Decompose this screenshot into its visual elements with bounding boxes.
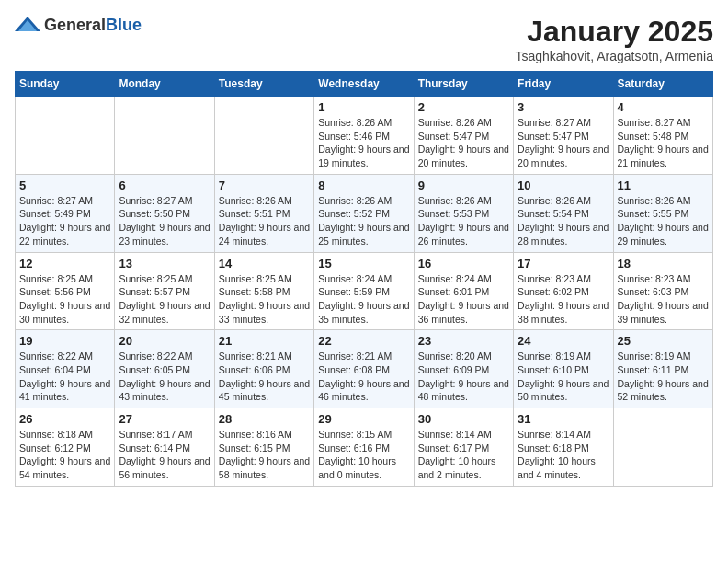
day-number: 22 [318, 334, 409, 348]
day-number: 12 [19, 257, 110, 270]
cell-info: Sunrise: 8:20 AMSunset: 6:09 PMDaylight:… [418, 350, 509, 404]
day-number: 18 [618, 257, 709, 270]
day-number: 6 [119, 178, 210, 192]
calendar-cell: 9Sunrise: 8:26 AMSunset: 5:53 PMDaylight… [414, 174, 513, 252]
calendar-cell: 27Sunrise: 8:17 AMSunset: 6:14 PMDayligh… [115, 408, 214, 487]
cell-info: Sunrise: 8:25 AMSunset: 5:58 PMDaylight:… [219, 272, 310, 327]
weekday-header-wednesday: Wednesday [314, 72, 414, 97]
weekday-header-tuesday: Tuesday [214, 72, 313, 97]
calendar-cell: 28Sunrise: 8:16 AMSunset: 6:15 PMDayligh… [214, 408, 313, 487]
calendar-cell: 4Sunrise: 8:27 AMSunset: 5:48 PMDaylight… [613, 97, 712, 175]
cell-info: Sunrise: 8:26 AMSunset: 5:53 PMDaylight:… [418, 194, 509, 248]
logo-general: General [44, 16, 106, 34]
calendar-cell: 18Sunrise: 8:23 AMSunset: 6:03 PMDayligh… [613, 252, 712, 330]
day-number: 24 [518, 334, 609, 348]
weekday-header-monday: Monday [115, 72, 214, 97]
cell-info: Sunrise: 8:26 AMSunset: 5:47 PMDaylight:… [418, 116, 509, 170]
weekday-row: SundayMondayTuesdayWednesdayThursdayFrid… [16, 72, 713, 97]
day-number: 26 [19, 412, 110, 426]
cell-info: Sunrise: 8:27 AMSunset: 5:48 PMDaylight:… [618, 116, 709, 170]
day-number: 3 [518, 100, 609, 114]
calendar-cell: 3Sunrise: 8:27 AMSunset: 5:47 PMDaylight… [514, 97, 613, 175]
day-number: 21 [219, 334, 310, 348]
cell-info: Sunrise: 8:19 AMSunset: 6:11 PMDaylight:… [618, 350, 709, 404]
cell-info: Sunrise: 8:15 AMSunset: 6:16 PMDaylight:… [318, 428, 409, 482]
cell-info: Sunrise: 8:14 AMSunset: 6:17 PMDaylight:… [418, 428, 509, 482]
cell-info: Sunrise: 8:17 AMSunset: 6:14 PMDaylight:… [119, 428, 210, 482]
month-title: January 2025 [515, 15, 713, 49]
cell-info: Sunrise: 8:26 AMSunset: 5:51 PMDaylight:… [219, 194, 310, 248]
day-number: 29 [318, 412, 409, 426]
day-number: 17 [518, 257, 609, 270]
cell-info: Sunrise: 8:26 AMSunset: 5:46 PMDaylight:… [318, 116, 409, 170]
cell-info: Sunrise: 8:26 AMSunset: 5:52 PMDaylight:… [318, 194, 409, 248]
day-number: 30 [418, 412, 509, 426]
cell-info: Sunrise: 8:14 AMSunset: 6:18 PMDaylight:… [518, 428, 609, 482]
calendar-cell: 5Sunrise: 8:27 AMSunset: 5:49 PMDaylight… [16, 174, 115, 252]
cell-info: Sunrise: 8:23 AMSunset: 6:03 PMDaylight:… [618, 272, 709, 327]
day-number: 4 [618, 100, 709, 114]
calendar-cell: 25Sunrise: 8:19 AMSunset: 6:11 PMDayligh… [613, 330, 712, 408]
logo-icon [15, 15, 40, 35]
calendar-header: SundayMondayTuesdayWednesdayThursdayFrid… [16, 72, 713, 97]
cell-info: Sunrise: 8:24 AMSunset: 6:01 PMDaylight:… [418, 272, 509, 327]
calendar-cell: 24Sunrise: 8:19 AMSunset: 6:10 PMDayligh… [514, 330, 613, 408]
day-number: 28 [219, 412, 310, 426]
day-number: 10 [518, 178, 609, 192]
calendar-cell [115, 97, 214, 175]
day-number: 11 [618, 178, 709, 192]
cell-info: Sunrise: 8:16 AMSunset: 6:15 PMDaylight:… [219, 428, 310, 482]
day-number: 25 [618, 334, 709, 348]
day-number: 20 [119, 334, 210, 348]
calendar-week-3: 12Sunrise: 8:25 AMSunset: 5:56 PMDayligh… [16, 252, 713, 330]
cell-info: Sunrise: 8:24 AMSunset: 5:59 PMDaylight:… [318, 272, 409, 327]
calendar-cell: 7Sunrise: 8:26 AMSunset: 5:51 PMDaylight… [214, 174, 313, 252]
calendar-cell: 19Sunrise: 8:22 AMSunset: 6:04 PMDayligh… [16, 330, 115, 408]
calendar-cell: 14Sunrise: 8:25 AMSunset: 5:58 PMDayligh… [214, 252, 313, 330]
day-number: 14 [219, 257, 310, 270]
day-number: 16 [418, 257, 509, 270]
calendar-cell [613, 408, 712, 487]
cell-info: Sunrise: 8:19 AMSunset: 6:10 PMDaylight:… [518, 350, 609, 404]
day-number: 23 [418, 334, 509, 348]
location-title: Tsaghkahovit, Aragatsotn, Armenia [515, 49, 713, 63]
logo-blue-text: Blue [106, 16, 142, 34]
calendar-week-4: 19Sunrise: 8:22 AMSunset: 6:04 PMDayligh… [16, 330, 713, 408]
logo: GeneralBlue [15, 15, 142, 35]
calendar-cell [214, 97, 313, 175]
calendar-cell: 16Sunrise: 8:24 AMSunset: 6:01 PMDayligh… [414, 252, 513, 330]
calendar-cell: 8Sunrise: 8:26 AMSunset: 5:52 PMDaylight… [314, 174, 414, 252]
day-number: 19 [19, 334, 110, 348]
cell-info: Sunrise: 8:27 AMSunset: 5:49 PMDaylight:… [19, 194, 110, 248]
page-header: GeneralBlue January 2025 Tsaghkahovit, A… [15, 15, 713, 63]
calendar-cell: 31Sunrise: 8:14 AMSunset: 6:18 PMDayligh… [514, 408, 613, 487]
calendar-cell: 30Sunrise: 8:14 AMSunset: 6:17 PMDayligh… [414, 408, 513, 487]
day-number: 8 [318, 178, 409, 192]
cell-info: Sunrise: 8:26 AMSunset: 5:55 PMDaylight:… [618, 194, 709, 248]
calendar-cell: 29Sunrise: 8:15 AMSunset: 6:16 PMDayligh… [314, 408, 414, 487]
cell-info: Sunrise: 8:22 AMSunset: 6:05 PMDaylight:… [119, 350, 210, 404]
day-number: 31 [518, 412, 609, 426]
weekday-header-friday: Friday [514, 72, 613, 97]
weekday-header-thursday: Thursday [414, 72, 513, 97]
cell-info: Sunrise: 8:26 AMSunset: 5:54 PMDaylight:… [518, 194, 609, 248]
day-number: 5 [19, 178, 110, 192]
calendar-cell: 15Sunrise: 8:24 AMSunset: 5:59 PMDayligh… [314, 252, 414, 330]
calendar-cell: 26Sunrise: 8:18 AMSunset: 6:12 PMDayligh… [16, 408, 115, 487]
calendar-cell: 2Sunrise: 8:26 AMSunset: 5:47 PMDaylight… [414, 97, 513, 175]
calendar-cell: 17Sunrise: 8:23 AMSunset: 6:02 PMDayligh… [514, 252, 613, 330]
calendar-week-1: 1Sunrise: 8:26 AMSunset: 5:46 PMDaylight… [16, 97, 713, 175]
day-number: 13 [119, 257, 210, 270]
calendar-cell: 23Sunrise: 8:20 AMSunset: 6:09 PMDayligh… [414, 330, 513, 408]
calendar-cell: 22Sunrise: 8:21 AMSunset: 6:08 PMDayligh… [314, 330, 414, 408]
calendar-cell: 11Sunrise: 8:26 AMSunset: 5:55 PMDayligh… [613, 174, 712, 252]
calendar-cell: 20Sunrise: 8:22 AMSunset: 6:05 PMDayligh… [115, 330, 214, 408]
cell-info: Sunrise: 8:27 AMSunset: 5:47 PMDaylight:… [518, 116, 609, 170]
day-number: 1 [318, 100, 409, 114]
calendar-cell: 10Sunrise: 8:26 AMSunset: 5:54 PMDayligh… [514, 174, 613, 252]
calendar-cell: 12Sunrise: 8:25 AMSunset: 5:56 PMDayligh… [16, 252, 115, 330]
calendar-cell: 6Sunrise: 8:27 AMSunset: 5:50 PMDaylight… [115, 174, 214, 252]
calendar-cell [16, 97, 115, 175]
cell-info: Sunrise: 8:25 AMSunset: 5:57 PMDaylight:… [119, 272, 210, 327]
cell-info: Sunrise: 8:21 AMSunset: 6:08 PMDaylight:… [318, 350, 409, 404]
